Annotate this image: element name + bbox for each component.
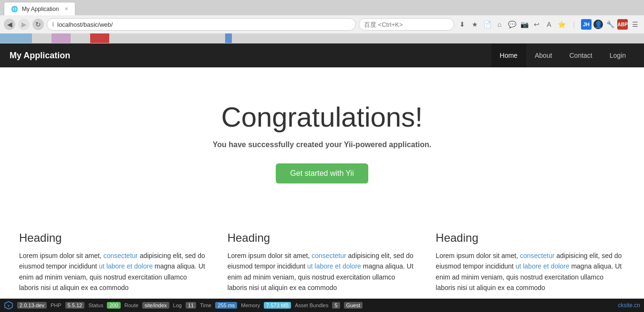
status-badge[interactable]: 200 [107,302,120,303]
reload-button[interactable]: ↻ [32,19,44,30]
col2-link2[interactable]: ut labore et dolore [307,262,361,270]
time-badge[interactable]: 255 ms [215,302,237,303]
browser-chrome: 🌐 My Application ✕ ◀ ▶ ↻ ℹ ⬇ ★ 📄 ⌂ 💬 📷 ↩… [0,0,644,43]
col1-text: Lorem ipsum dolor sit amet, consectetur … [19,250,208,293]
url-bar: ℹ [47,18,356,31]
col2-heading: Heading [228,231,417,245]
memory-label: Memory [241,302,260,303]
nav-link-contact[interactable]: Contact [561,43,601,67]
abp-icon[interactable]: ABP [617,19,628,30]
back-button[interactable]: ◀ [4,19,15,30]
route-badge[interactable]: site/index [142,302,169,303]
time-label: Time [200,302,211,303]
route-label: Route [125,302,138,303]
tab-title: My Application [22,6,59,12]
log-count-badge[interactable]: 11 [186,302,196,303]
col1-heading: Heading [19,231,208,245]
svg-marker-0 [5,301,12,303]
url-input[interactable] [57,21,351,28]
home-icon[interactable]: ⌂ [494,19,505,30]
col3-heading: Heading [436,231,625,245]
menu-icon[interactable]: ☰ [630,19,640,30]
col3-text: Lorem ipsum dolor sit amet, consectetur … [436,250,625,293]
app-navbar: My Application Home About Contact Login [0,43,644,67]
content-col-2: Heading Lorem ipsum dolor sit amet, cons… [228,231,417,293]
tab-close-icon[interactable]: ✕ [64,6,68,11]
hero-title: Congratulations! [10,101,634,133]
download-icon[interactable]: ⬇ [457,19,467,30]
site-watermark: cksite.cn [618,302,640,303]
content-col-1: Heading Lorem ipsum dolor sit amet, cons… [19,231,208,293]
log-label: Log [173,302,182,303]
content-section: Heading Lorem ipsum dolor sit amet, cons… [0,212,644,303]
info-icon: ℹ [52,21,54,28]
tab-bar: 🌐 My Application ✕ [0,0,644,15]
php-version-badge[interactable]: 5.5.12 [65,302,85,303]
history-icon[interactable]: ↩ [531,19,542,30]
browser-tab[interactable]: 🌐 My Application ✕ [4,2,75,15]
tab-favicon-icon: 🌐 [11,6,18,12]
nav-link-login[interactable]: Login [601,43,634,67]
speech-icon[interactable]: 💬 [507,19,517,30]
version-badge[interactable]: 2.0.13-dev [17,302,47,303]
search-input[interactable] [359,18,454,31]
asset-label: Asset Bundles [295,302,328,303]
yii-logo[interactable]: Y [4,301,13,303]
col3-link2[interactable]: ut labore et dolore [516,262,570,270]
extension1-icon[interactable]: 🔧 [605,19,615,30]
forward-button[interactable]: ▶ [18,19,30,30]
nav-link-home[interactable]: Home [491,43,526,67]
jh-icon[interactable]: JH [581,19,592,30]
color-tabs-strip [0,33,644,43]
toolbar-icons: ⬇ ★ 📄 ⌂ 💬 📷 ↩ A ⭐ | JH 👤 🔧 ABP ☰ [457,19,640,30]
screenshot-icon[interactable]: 📷 [519,19,530,30]
nav-links: Home About Contact Login [491,43,634,67]
hero-subtitle: You have successfully created your Yii-p… [10,140,634,149]
get-started-button[interactable]: Get started with Yii [276,163,368,183]
col3-link1[interactable]: consectetur [520,252,554,259]
col1-link1[interactable]: consectetur [104,252,138,259]
app-brand[interactable]: My Application [10,51,491,61]
hero-section: Congratulations! You have successfully c… [0,67,644,212]
col1-link2[interactable]: ut labore et dolore [99,262,153,270]
nav-link-about[interactable]: About [526,43,561,67]
font-icon[interactable]: A [544,19,554,30]
star-icon[interactable]: ⭐ [556,19,567,30]
browser-toolbar: ◀ ▶ ↻ ℹ ⬇ ★ 📄 ⌂ 💬 📷 ↩ A ⭐ | JH 👤 🔧 ABP ☰ [0,15,644,33]
debug-bar: Y 2.0.13-dev PHP 5.5.12 Status 200 Route… [0,299,644,303]
memory-badge[interactable]: 7.573 MB [264,302,291,303]
bookmark-icon[interactable]: ★ [469,19,480,30]
separator: | [569,19,579,30]
php-label: PHP [51,302,62,303]
col2-text: Lorem ipsum dolor sit amet, consectetur … [228,250,417,293]
asset-count-badge[interactable]: 5 [332,302,340,303]
status-label: Status [88,302,103,303]
reader-icon[interactable]: 📄 [482,19,492,30]
avatar-icon[interactable]: 👤 [593,20,603,29]
col2-link1[interactable]: consectetur [312,252,346,259]
user-badge[interactable]: Guest [344,302,363,303]
content-col-3: Heading Lorem ipsum dolor sit amet, cons… [436,231,625,293]
